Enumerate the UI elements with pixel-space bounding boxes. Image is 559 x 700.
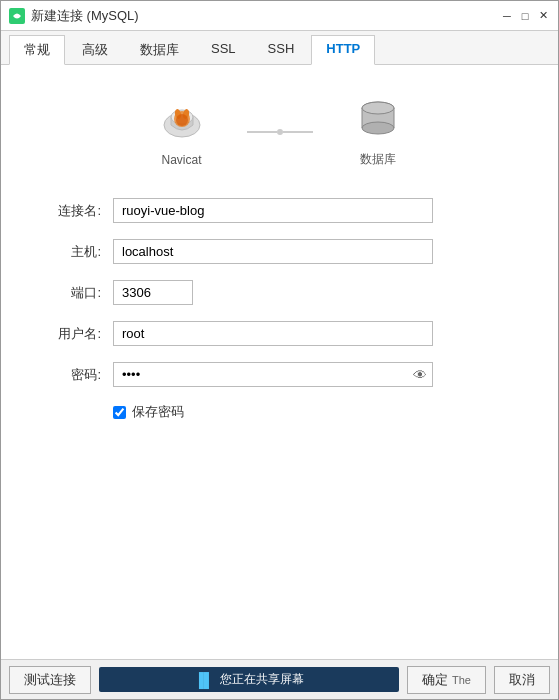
- window-controls: ─ □ ✕: [500, 9, 550, 23]
- host-row: 主机:: [31, 239, 528, 264]
- bottom-bar: 测试连接 ▐▌ 您正在共享屏幕 确定 The 取消: [1, 659, 558, 699]
- username-row: 用户名:: [31, 321, 528, 346]
- host-input[interactable]: [113, 239, 433, 264]
- save-password-checkbox[interactable]: [113, 406, 126, 419]
- port-input[interactable]: [113, 280, 193, 305]
- password-row: 密码: 👁: [31, 362, 528, 387]
- test-connection-button[interactable]: 测试连接: [9, 666, 91, 694]
- connection-form: 连接名: 主机: 端口: 用户名: 密码:: [31, 198, 528, 421]
- sharing-text: 您正在共享屏幕: [220, 671, 304, 688]
- window-title: 新建连接 (MySQL): [31, 7, 139, 25]
- content-area: Navicat 数据库: [1, 65, 558, 659]
- tab-ssh[interactable]: SSH: [253, 35, 310, 64]
- connector-line: [247, 129, 313, 135]
- connection-name-input[interactable]: [113, 198, 433, 223]
- line-segment-left: [247, 131, 277, 133]
- close-button[interactable]: ✕: [536, 9, 550, 23]
- show-password-icon[interactable]: 👁: [413, 367, 427, 383]
- tab-advanced[interactable]: 高级: [67, 35, 123, 64]
- tab-ssl[interactable]: SSL: [196, 35, 251, 64]
- save-password-label[interactable]: 保存密码: [132, 403, 184, 421]
- navicat-label: Navicat: [161, 153, 201, 167]
- connection-graphic: Navicat 数据库: [31, 95, 528, 168]
- database-label: 数据库: [360, 151, 396, 168]
- title-bar-left: 新建连接 (MySQL): [9, 7, 139, 25]
- tab-bar: 常规 高级 数据库 SSL SSH HTTP: [1, 31, 558, 65]
- password-input[interactable]: [113, 362, 433, 387]
- port-row: 端口:: [31, 280, 528, 305]
- maximize-button[interactable]: □: [518, 9, 532, 23]
- navicat-graphic-item: Navicat: [157, 97, 207, 167]
- title-bar: 新建连接 (MySQL) ─ □ ✕: [1, 1, 558, 31]
- app-icon: [9, 8, 25, 24]
- save-password-row: 保存密码: [113, 403, 528, 421]
- svg-point-6: [176, 114, 188, 126]
- password-label: 密码:: [31, 366, 101, 384]
- connection-name-row: 连接名:: [31, 198, 528, 223]
- connection-name-label: 连接名:: [31, 202, 101, 220]
- tab-general[interactable]: 常规: [9, 35, 65, 65]
- database-icon: [353, 95, 403, 145]
- host-label: 主机:: [31, 243, 101, 261]
- svg-point-9: [362, 122, 394, 134]
- svg-point-10: [362, 102, 394, 114]
- port-label: 端口:: [31, 284, 101, 302]
- confirm-button[interactable]: 确定 The: [407, 666, 486, 694]
- main-window: 新建连接 (MySQL) ─ □ ✕ 常规 高级 数据库 SSL SSH HTT…: [0, 0, 559, 700]
- confirm-label: 确定: [422, 671, 448, 689]
- sharing-indicator: ▐▌ 您正在共享屏幕: [99, 667, 399, 692]
- the-text: The: [452, 674, 471, 686]
- database-graphic-item: 数据库: [353, 95, 403, 168]
- line-segment-right: [283, 131, 313, 133]
- username-input[interactable]: [113, 321, 433, 346]
- tab-http[interactable]: HTTP: [311, 35, 375, 65]
- password-wrapper: 👁: [113, 362, 433, 387]
- navicat-logo-icon: [157, 97, 207, 147]
- tab-database[interactable]: 数据库: [125, 35, 194, 64]
- sharing-icon: ▐▌: [194, 672, 214, 688]
- username-label: 用户名:: [31, 325, 101, 343]
- cancel-button[interactable]: 取消: [494, 666, 550, 694]
- minimize-button[interactable]: ─: [500, 9, 514, 23]
